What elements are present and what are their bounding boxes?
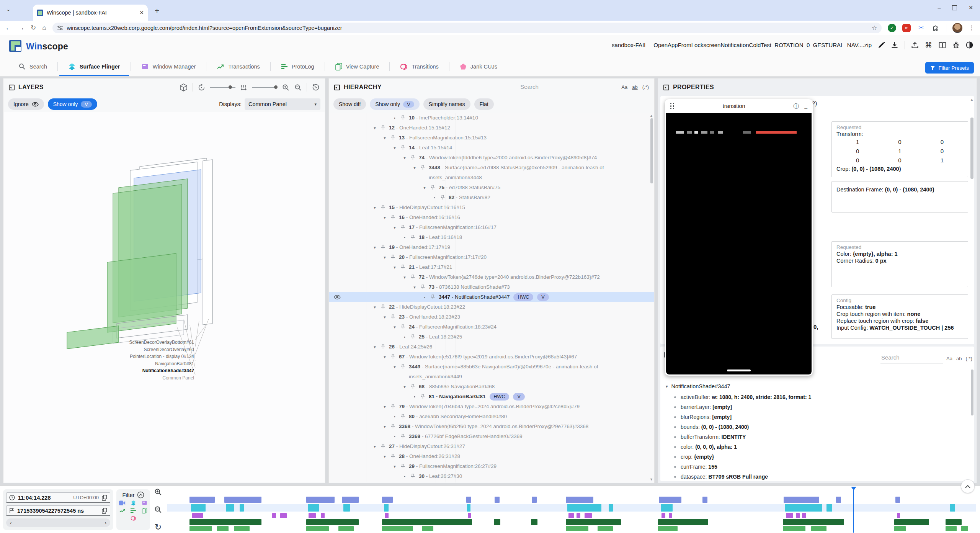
pin-icon[interactable] [431,294,435,299]
tree-row[interactable]: ▾14 - Leaf:15:15#14 [329,143,654,153]
tree-row[interactable]: ▾74 - WindowToken{fdddbe6 type=2000 andr… [329,153,654,163]
pin-icon[interactable] [381,125,385,130]
tree-row[interactable]: ▾3368 - WindowToken{f6b2f60 type=2024 an… [329,422,654,432]
tree-row[interactable]: ▾24 - FullscreenMagnification:18:23#24 [329,322,654,332]
collapse-chevron-icon[interactable]: ▾ [381,422,388,432]
trace-toggle-tx-icon[interactable] [119,508,126,513]
curr-frame-scrollbar[interactable] [971,370,973,415]
match-case-toggle[interactable]: Aa [946,356,952,361]
collapse-chevron-icon[interactable]: ▾ [391,222,398,232]
tree-row[interactable]: ▾29 - FullscreenMagnification:26:27#29 [329,461,654,471]
reset-view-icon[interactable] [312,83,320,91]
prev-frame-icon[interactable]: ‹ [10,520,11,526]
pin-icon[interactable] [401,464,405,469]
pin-icon[interactable] [381,205,385,210]
scroll-down-icon[interactable]: ▼ [650,477,653,481]
dark-mode-toggle-icon[interactable] [966,41,973,49]
tree-row[interactable]: ▾75 - ed70f88 StatusBar#75 [329,183,654,193]
pin-icon[interactable] [411,384,415,389]
forward-icon[interactable]: → [18,24,24,32]
collapse-chevron-icon[interactable]: ▾ [371,242,378,252]
browser-tab[interactable]: Winscope | sandbox-FAI ✕ [33,5,148,21]
transactions-track[interactable] [167,513,976,518]
timeline-zoom-out-icon[interactable] [154,506,162,513]
timeline-cursor[interactable] [853,487,854,533]
extension-fastforward-icon[interactable]: ▸▸ [902,24,911,32]
reload-icon[interactable]: ↻ [31,24,36,32]
extension-scissors-icon[interactable]: ✂ [917,24,925,32]
pin-icon[interactable] [391,135,395,140]
trace-toggle-log-icon[interactable] [130,508,137,513]
collapse-chevron-icon[interactable]: ▾ [371,302,378,312]
layer-rect-label[interactable]: NavigationBar0#81 [4,360,194,368]
upload-icon[interactable] [911,42,918,49]
pin-icon[interactable] [401,115,405,120]
curr-frame-property[interactable]: bufferTransform: IDENTITY [674,434,746,440]
pin-icon[interactable] [411,334,415,339]
tree-row[interactable]: •10 - ImePlaceholder:13:14#10 [329,113,654,123]
spacing-slider[interactable] [252,87,277,88]
zoom-out-icon[interactable] [294,84,302,91]
pin-icon[interactable] [391,424,395,429]
tree-row[interactable]: ▾79 - WindowToken{7046b4a type=2024 andr… [329,402,654,412]
tree-row[interactable]: ▾15 - HideDisplayCutout:16:16#15 [329,203,654,213]
collapse-chevron-icon[interactable]: ▾ [391,461,398,471]
curr-frame-property[interactable]: bounds: (0, 0) - (1080, 2400) [674,424,749,430]
url-bar[interactable]: winscope.teams.x20web.corp.google.com/pr… [52,23,882,33]
panel-collapse-icon[interactable]: ◂ [9,85,15,90]
tree-row[interactable]: ▾13 - FullscreenMagnification:15:15#13 [329,133,654,143]
tree-row[interactable]: ▾67 - WindowToken{e5176f9 type=2019 andr… [329,352,654,362]
tab-protolog[interactable]: ProtoLog [271,57,325,76]
tab-transactions[interactable]: Transactions [206,57,270,76]
show-only-chip[interactable]: Show only V [48,98,97,110]
pin-icon[interactable] [411,275,415,280]
frame-scrubber[interactable]: ‹ › [6,518,110,527]
tab-search-icon[interactable]: ⌄ [6,6,11,12]
tree-row[interactable]: ▾68 - 885b63e NavigationBar0#68 [329,382,654,392]
tree-row[interactable]: ▾23 - OneHanded:18:23#23 [329,312,654,322]
tab-jank-cujs[interactable]: Jank CUJs [449,57,508,76]
collapse-chevron-icon[interactable]: ▾ [371,342,378,352]
trace-toggle-sf-icon[interactable] [130,500,137,506]
bookmark-star-icon[interactable]: ☆ [872,24,877,31]
zoom-in-icon[interactable] [282,84,289,91]
surface-flinger-track[interactable] [167,504,976,512]
pin-icon[interactable] [411,474,415,479]
properties-scrollbar[interactable] [970,118,973,179]
trace-toggle-vc-icon[interactable] [141,508,148,513]
curr-frame-property[interactable]: activeBuffer: w: 1080, h: 2400, stride: … [674,394,811,400]
tree-row[interactable]: •3447 - NotificationShade#3447HWCV [329,292,654,302]
docs-book-icon[interactable] [939,42,946,48]
curr-frame-property[interactable]: barrierLayer: [empty] [674,404,732,410]
pin-icon[interactable] [401,364,405,369]
displays-dropdown[interactable]: Common Panel ▾ [245,98,320,110]
pin-icon[interactable] [381,304,385,309]
tree-row[interactable]: ▾3449 - Surface(name=885b63e NavigationB… [329,362,654,382]
trace-toggle-tr-icon[interactable] [130,515,137,521]
regex-toggle[interactable]: (.*) [965,356,972,361]
pin-icon[interactable] [381,245,385,250]
transitions-track[interactable] [167,497,976,503]
collapse-chevron-icon[interactable]: ▾ [381,252,388,262]
collapse-chevron-icon[interactable]: ▾ [381,312,388,322]
edit-icon[interactable] [878,42,885,48]
curr-frame-root-node[interactable]: ▾ NotificationShade#3447 [666,383,730,389]
collapse-chevron-icon[interactable]: ▾ [401,382,408,392]
collapse-chevron-icon[interactable]: ▾ [391,362,398,372]
collapse-chevron-icon[interactable]: ▾ [381,402,388,412]
rotation-slider[interactable] [210,87,235,88]
tab-close-icon[interactable]: ✕ [139,10,144,16]
human-time-field[interactable]: 11:04:14.228 UTC+00:00 [6,492,110,503]
ignore-chip[interactable]: Ignore [8,98,44,110]
site-settings-icon[interactable] [57,25,63,31]
window-manager-track[interactable] [167,519,976,525]
pin-icon[interactable] [411,155,415,160]
timeline-reset-zoom-icon[interactable]: ↻ [155,523,162,531]
tree-row[interactable]: •80 - ace6abb SecondaryHomeHandle0#80 [329,412,654,422]
tab-search[interactable]: Search [8,57,57,76]
tree-row[interactable]: •30 - Leaf:26:27#30 [329,471,654,481]
copy-icon[interactable] [102,508,107,514]
curr-frame-property[interactable]: crop: {empty} [674,454,714,460]
show-only-chip[interactable]: Show only V [370,98,419,110]
collapse-chevron-icon[interactable]: ▾ [371,441,378,451]
